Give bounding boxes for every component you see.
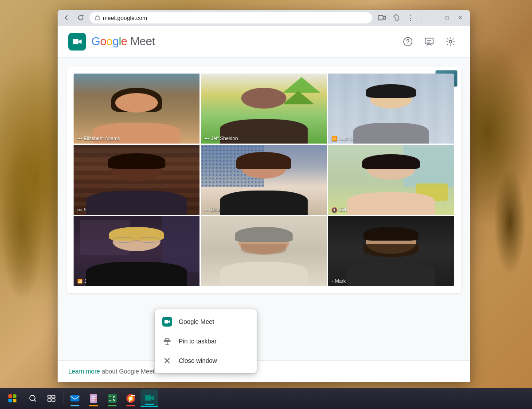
video-cell-jack: 📶 Jack Luna: [328, 74, 454, 144]
context-menu-meet-label: Google Meet: [179, 318, 214, 325]
svg-point-6: [449, 40, 452, 43]
video-container: 10 1 YOU: [66, 66, 461, 293]
window-close-button[interactable]: ✕: [454, 12, 466, 24]
taskbar-meet-icon[interactable]: [141, 390, 158, 407]
taskbar-chrome-icon[interactable]: [122, 390, 140, 407]
address-text: meet.google.com: [103, 15, 147, 21]
video-grid: ▪▪▪ Elizabeth Adams: [74, 74, 454, 286]
video-cell-jessica: 📶 Jessica Ayala: [74, 216, 200, 286]
back-button[interactable]: [61, 12, 72, 23]
svg-point-12: [30, 395, 35, 401]
video-camera-icon[interactable]: [376, 12, 388, 24]
help-icon[interactable]: [399, 33, 417, 51]
context-menu-meet-icon: [162, 316, 172, 327]
video-cell-elizabeth: ▪▪▪ Elizabeth Adams: [74, 74, 200, 144]
meet-header: Google Meet: [58, 26, 470, 58]
meet-logo-icon: [68, 33, 86, 51]
meet-main: 10 1 YOU: [58, 58, 470, 360]
app-content: Google Meet: [58, 26, 470, 382]
video-cell-jeff: ▪▪▪ Jeff Sheldon: [201, 74, 327, 144]
video-cell-billie: 🔇 Billie Luna: [328, 145, 454, 215]
taskbar-journal-icon[interactable]: [85, 390, 102, 407]
meet-header-icons: [399, 33, 459, 51]
window-controls: — □ ✕: [427, 12, 466, 24]
taskbar: [0, 388, 532, 409]
name-elizabeth: ▪▪▪ Elizabeth Adams: [77, 136, 120, 141]
svg-point-4: [407, 43, 408, 44]
more-menu-icon[interactable]: ⋮: [404, 12, 416, 24]
minimize-button[interactable]: —: [427, 12, 440, 24]
settings-icon[interactable]: [442, 33, 459, 51]
video-cell-mark: ▪ Mark Houston: [328, 216, 454, 286]
maximize-button[interactable]: □: [441, 12, 453, 24]
taskbar-start-button[interactable]: [4, 390, 21, 407]
taskbar-search-button[interactable]: [24, 390, 42, 407]
svg-rect-16: [52, 399, 55, 401]
name-jeff: ▪▪▪ Jeff Sheldon: [204, 136, 238, 141]
feedback-icon[interactable]: [420, 33, 438, 51]
video-cell-dinah: ▪▪▪ Dinah Williams: [201, 145, 327, 215]
context-menu-pin-icon: [162, 336, 172, 347]
windows-logo-icon: [8, 394, 16, 402]
learn-more-bar: Learn more about Google Meet: [58, 360, 470, 382]
meet-logo-text: Google Meet: [91, 35, 155, 48]
context-menu-close-icon: [162, 355, 172, 366]
context-menu-item-pin[interactable]: Pin to taskbar: [155, 331, 257, 351]
context-menu-close-label: Close window: [179, 357, 217, 364]
svg-rect-17: [70, 395, 79, 401]
svg-point-24: [129, 397, 133, 400]
meet-logo: Google Meet: [68, 33, 155, 51]
refresh-button[interactable]: [75, 12, 86, 23]
svg-rect-11: [165, 339, 169, 341]
extensions-icon[interactable]: [390, 12, 402, 24]
taskbar-mail-icon[interactable]: [66, 390, 84, 407]
learn-more-link[interactable]: Learn more: [68, 368, 100, 375]
context-menu-item-close[interactable]: Close window: [155, 351, 257, 370]
svg-rect-13: [48, 395, 51, 398]
browser-window: meet.google.com ⋮ — □ ✕: [58, 10, 470, 382]
context-menu: Google Meet Pin to taskbar Close window: [155, 309, 257, 373]
browser-toolbar: ⋮: [376, 12, 416, 24]
svg-rect-9: [164, 320, 168, 323]
video-cell-unknown: ▪: [201, 216, 327, 286]
taskbar-taskview-button[interactable]: [43, 390, 60, 407]
context-menu-pin-label: Pin to taskbar: [179, 338, 217, 345]
learn-more-suffix: about Google Meet: [100, 368, 155, 375]
video-cell-spencer: ▪▪▪ Spencer Kacey: [74, 145, 200, 215]
browser-titlebar: meet.google.com ⋮ — □ ✕: [58, 10, 470, 26]
name-unknown-cell8: ▪: [204, 279, 206, 284]
taskbar-divider-1: [63, 393, 63, 404]
taskbar-excel-icon[interactable]: [103, 390, 121, 407]
svg-rect-1: [378, 16, 383, 20]
svg-rect-20: [108, 397, 113, 400]
address-bar[interactable]: meet.google.com: [90, 12, 372, 23]
svg-rect-2: [73, 39, 78, 44]
svg-rect-25: [145, 395, 151, 401]
svg-rect-14: [52, 395, 55, 398]
svg-rect-15: [48, 399, 51, 401]
svg-rect-0: [95, 17, 100, 20]
context-menu-item-meet[interactable]: Google Meet: [155, 312, 257, 331]
